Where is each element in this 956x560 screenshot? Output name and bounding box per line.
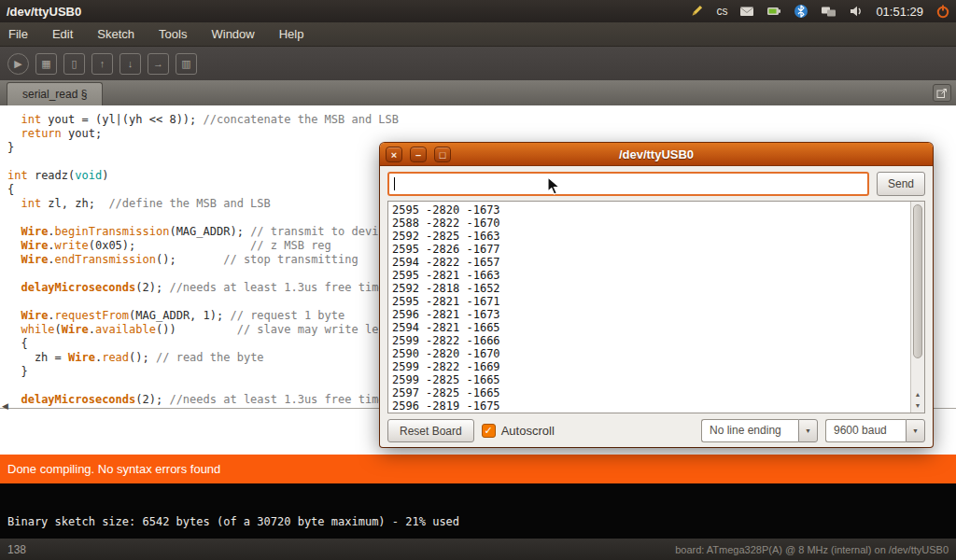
- battery-icon: [766, 4, 781, 19]
- serial-input[interactable]: [387, 172, 869, 196]
- menu-help[interactable]: Help: [279, 27, 304, 41]
- serial-output-line: 2592 -2818 -1652: [392, 282, 921, 295]
- play-icon: ▶: [14, 58, 21, 70]
- chevron-down-icon: ▼: [906, 419, 925, 442]
- menu-window[interactable]: Window: [211, 27, 254, 41]
- keyboard-layout-indicator[interactable]: cs: [716, 0, 727, 22]
- new-sketch-button[interactable]: ▯: [63, 53, 85, 75]
- reset-board-button[interactable]: Reset Board: [387, 419, 474, 442]
- pencil-icon: [689, 4, 704, 19]
- cursor-line-number: 138: [7, 543, 26, 556]
- stop-button[interactable]: ▦: [35, 53, 57, 75]
- serial-output-line: 2595 -2820 -1673: [392, 203, 921, 217]
- screen: /dev/ttyUSB0 cs: [0, 0, 956, 560]
- code-line: return yout;: [7, 127, 956, 141]
- serial-output-line: 2594 -2822 -1657: [392, 256, 921, 269]
- serial-output-scrollbar[interactable]: ▲ ▼: [910, 202, 924, 413]
- autoscroll-label: Autoscroll: [501, 424, 555, 438]
- serial-output-line: 2599 -2822 -1669: [392, 360, 921, 373]
- serial-monitor-window: /dev/ttyUSB0 ×–□ Send 2595 -2820 -167325…: [380, 143, 933, 447]
- console-output: Binary sketch size: 6542 bytes (of a 307…: [0, 483, 956, 539]
- board-info: board: ATmega328P(A) @ 8 MHz (internal) …: [675, 544, 949, 555]
- serial-output-line: 2588 -2822 -1670: [392, 217, 921, 230]
- verify-button[interactable]: ▶: [7, 53, 29, 75]
- serial-output-area[interactable]: 2595 -2820 -16732588 -2822 -16702592 -28…: [387, 201, 925, 413]
- open-button[interactable]: ↑: [91, 53, 113, 75]
- top-panel: /dev/ttyUSB0 cs: [0, 0, 956, 22]
- serial-output-line: 2597 -2825 -1665: [392, 386, 921, 399]
- line-ending-select[interactable]: No line ending ▼: [701, 419, 818, 442]
- ide-statusline: 138 board: ATmega328P(A) @ 8 MHz (intern…: [0, 539, 956, 560]
- battery-indicator[interactable]: [766, 0, 781, 22]
- console-message: Binary sketch size: 6542 bytes (of a 307…: [0, 483, 956, 528]
- stop-icon: ▦: [41, 58, 50, 70]
- session-indicator[interactable]: [935, 0, 950, 22]
- menu-sketch[interactable]: Sketch: [97, 27, 134, 41]
- active-window-title: /dev/ttyUSB0: [7, 5, 81, 19]
- serial-input-wrap: [387, 172, 869, 196]
- serial-output-text: 2595 -2820 -16732588 -2822 -16702592 -28…: [388, 202, 924, 413]
- chevron-down-icon: ▼: [798, 419, 818, 442]
- speaker-icon: [849, 4, 864, 19]
- scroll-up-icon[interactable]: ▲: [911, 389, 924, 400]
- bluetooth-indicator[interactable]: [794, 0, 808, 22]
- scroll-down-icon[interactable]: ▼: [911, 400, 924, 412]
- menu-bar: FileEditSketchToolsWindowHelp: [0, 22, 956, 47]
- clock[interactable]: 01:51:29: [876, 0, 923, 22]
- window-controls: ×–□: [386, 147, 451, 162]
- arrow-up-icon: ↑: [100, 58, 105, 69]
- arrow-right-icon: →: [153, 58, 163, 69]
- serial-monitor-titlebar[interactable]: /dev/ttyUSB0 ×–□: [380, 143, 933, 166]
- system-tray: cs: [689, 0, 956, 22]
- serial-monitor-body: Send 2595 -2820 -16732588 -2822 -1670259…: [380, 166, 933, 448]
- hscroll-left-arrow-icon[interactable]: ◀: [2, 401, 8, 411]
- menu-file[interactable]: File: [8, 27, 28, 41]
- tab-menu-button[interactable]: [933, 84, 951, 102]
- mail-icon: [739, 4, 754, 19]
- serial-output-line: 2595 -2821 -1671: [392, 295, 921, 308]
- autoscroll-checkbox[interactable]: ✓ Autoscroll: [482, 424, 555, 438]
- code-line: int yout = (yl|(yh << 8)); //concatenate…: [7, 113, 956, 127]
- volume-indicator[interactable]: [849, 0, 864, 22]
- serial-output-line: 2595 -2821 -1663: [392, 269, 921, 282]
- save-button[interactable]: ↓: [120, 53, 141, 75]
- tab-bar: serial_read §: [0, 80, 956, 105]
- serial-monitor-button[interactable]: ▥: [176, 53, 197, 75]
- network-indicator[interactable]: [821, 0, 836, 22]
- serial-output-line: 2596 -2821 -1673: [392, 308, 921, 321]
- scrollbar-thumb[interactable]: [913, 204, 922, 358]
- power-icon: [935, 4, 950, 19]
- baud-rate-select[interactable]: 9600 baud ▼: [825, 419, 925, 442]
- serial-output-line: 2592 -2825 -1663: [392, 230, 921, 243]
- ide-toolbar: ▶▦▯↑↓→▥: [0, 47, 956, 80]
- line-ending-value: No line ending: [701, 419, 798, 442]
- close-button[interactable]: ×: [386, 147, 402, 162]
- upload-button[interactable]: →: [148, 53, 169, 75]
- serial-monitor-title: /dev/ttyUSB0: [380, 143, 933, 166]
- bluetooth-icon: [794, 4, 808, 19]
- serial-output-line: 2599 -2825 -1665: [392, 373, 921, 386]
- status-message: Done compiling. No syntax errors found: [7, 462, 220, 476]
- tab-serial-read[interactable]: serial_read §: [7, 82, 103, 105]
- status-bar: Done compiling. No syntax errors found: [0, 455, 956, 483]
- arrow-down-icon: ↓: [128, 58, 134, 69]
- serial-output-line: 2590 -2820 -1670: [392, 347, 921, 360]
- send-button[interactable]: Send: [877, 172, 925, 196]
- new-file-icon: ▯: [71, 58, 77, 70]
- serial-output-line: 2595 -2826 -1677: [392, 243, 921, 256]
- notes-indicator[interactable]: [689, 0, 704, 22]
- monitor-icon: ▥: [181, 58, 190, 70]
- minimize-button[interactable]: –: [410, 147, 427, 162]
- menu-edit[interactable]: Edit: [52, 27, 73, 41]
- serial-output-line: 2594 -2821 -1665: [392, 321, 921, 334]
- text-caret: [394, 177, 395, 190]
- menu-tools[interactable]: Tools: [159, 27, 187, 41]
- baud-rate-value: 9600 baud: [825, 419, 906, 442]
- network-icon: [821, 4, 836, 19]
- checkbox-check-icon: ✓: [482, 424, 496, 438]
- serial-output-line: 2599 -2822 -1666: [392, 334, 921, 347]
- maximize-button[interactable]: □: [434, 147, 451, 162]
- messaging-indicator[interactable]: [739, 0, 754, 22]
- serial-output-line: 2596 -2819 -1675: [392, 399, 921, 413]
- new-tab-icon: [936, 88, 948, 99]
